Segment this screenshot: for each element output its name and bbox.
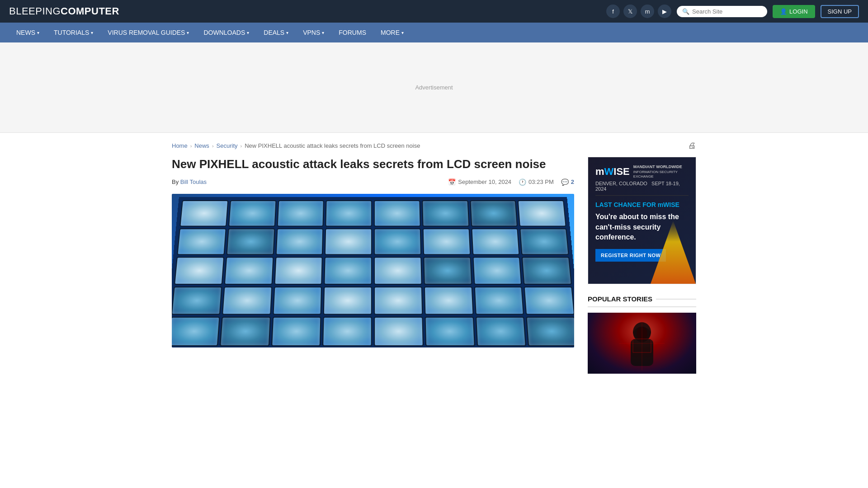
mwise-logo: mWISE MANDIANT WORLDWIDE INFORMATION SEC… <box>595 164 689 179</box>
lcd-screen-tile <box>374 228 421 255</box>
breadcrumb-security[interactable]: Security <box>217 142 238 149</box>
lcd-screen-tile <box>374 257 422 284</box>
lcd-screen-tile <box>423 257 472 284</box>
mastodon-icon[interactable]: m <box>641 5 654 18</box>
sidebar-ad-inner: mWISE MANDIANT WORLDWIDE INFORMATION SEC… <box>588 157 696 284</box>
mwise-event: DENVER, COLORADO SEPT 18-19, 2024 <box>595 181 689 196</box>
nav-label-vpns: VPNS <box>303 29 320 36</box>
lcd-screen-tile <box>177 228 226 255</box>
chevron-down-icon: ▾ <box>37 30 39 35</box>
twitter-icon[interactable]: 𝕏 <box>623 5 637 18</box>
article-layout: New PIXHELL acoustic attack leaks secret… <box>172 157 696 374</box>
lcd-screen-tile <box>475 317 526 346</box>
lcd-screen-tile <box>220 317 271 346</box>
social-icons: f 𝕏 m ▶ <box>606 5 671 18</box>
mwise-location: DENVER, COLORADO <box>595 181 647 186</box>
site-header: BLEEPINGCOMPUTER f 𝕏 m ▶ 🔍 👤 LOGIN SIGN … <box>0 0 868 23</box>
lcd-screen-tile <box>472 257 522 284</box>
facebook-icon[interactable]: f <box>606 5 620 18</box>
hacker-art <box>588 313 696 374</box>
nav-item-deals[interactable]: DEALS ▾ <box>256 23 296 42</box>
signup-label: SIGN UP <box>828 8 852 15</box>
lcd-screen-tile <box>424 286 474 315</box>
author-by-label: By <box>172 178 179 185</box>
lcd-screen-tile <box>226 228 275 255</box>
lcd-screen-tile <box>326 200 373 226</box>
site-logo[interactable]: BLEEPINGCOMPUTER <box>9 5 119 17</box>
youtube-icon[interactable]: ▶ <box>658 5 671 18</box>
lcd-screen-tile <box>522 257 572 284</box>
mwise-cta-button[interactable]: REGISTER RIGHT NOW <box>595 249 666 262</box>
breadcrumb: Home › News › Security › New PIXHELL aco… <box>172 133 696 157</box>
lcd-screen-tile <box>374 317 424 346</box>
lcd-screen-tile <box>526 317 574 346</box>
nav-label-forums: FORUMS <box>339 29 366 36</box>
lcd-screen-tile <box>374 286 423 315</box>
lcd-screen-tile <box>422 228 470 255</box>
lcd-screen-tile <box>323 286 372 315</box>
search-icon: 🔍 <box>682 8 689 15</box>
article-comments-item[interactable]: 💬 2 <box>561 178 574 186</box>
nav-label-news: NEWS <box>16 29 35 36</box>
nav-item-downloads[interactable]: DOWNLOADS ▾ <box>196 23 256 42</box>
lcd-screen-tile <box>271 317 321 346</box>
article-date: September 10, 2024 <box>458 178 511 185</box>
signup-button[interactable]: SIGN UP <box>821 5 859 18</box>
breadcrumb-current: New PIXHELL acoustic attack leaks secret… <box>245 142 420 149</box>
mwise-company-text: MANDIANT WORLDWIDE INFORMATION SECURITY … <box>633 164 689 179</box>
mwise-tagline: LAST CHANCE FOR mWISE <box>595 201 689 208</box>
lcd-screen-tile <box>322 317 372 346</box>
article-meta-right: 📅 September 10, 2024 🕐 03:23 PM 💬 2 <box>448 178 574 186</box>
breadcrumb-sep-1: › <box>190 143 192 149</box>
calendar-icon: 📅 <box>448 178 456 186</box>
lcd-screen-tile <box>222 286 272 315</box>
nav-item-tutorials[interactable]: TUTORIALS ▾ <box>47 23 100 42</box>
lcd-screen-tile <box>425 317 475 346</box>
article-time-item: 🕐 03:23 PM <box>519 178 554 186</box>
nav-item-forums[interactable]: FORUMS <box>331 23 373 42</box>
nav-label-virus-removal: VIRUS REMOVAL GUIDES <box>108 29 185 36</box>
search-bar: 🔍 <box>677 6 767 17</box>
lcd-screen-tile <box>275 228 323 255</box>
breadcrumb-home[interactable]: Home <box>172 142 188 149</box>
lcd-screen-tile <box>174 257 224 284</box>
lcd-screen-tile <box>324 257 372 284</box>
lcd-screen-tile <box>277 200 324 226</box>
article-meta: By Bill Toulas 📅 September 10, 2024 🕐 03… <box>172 178 574 186</box>
search-input[interactable] <box>692 8 762 15</box>
chevron-down-icon: ▾ <box>322 30 324 35</box>
article-hero-image <box>172 194 574 347</box>
main-container: Home › News › Security › New PIXHELL aco… <box>163 133 705 374</box>
user-icon: 👤 <box>780 8 787 15</box>
popular-story-image-1[interactable] <box>588 313 696 374</box>
chevron-down-icon: ▾ <box>247 30 249 35</box>
nav-item-vpns[interactable]: VPNS ▾ <box>296 23 331 42</box>
logo-suffix: COMPUTER <box>61 5 119 17</box>
ad-placeholder-text: Advertisement <box>415 84 453 91</box>
breadcrumb-sep-2: › <box>212 143 214 149</box>
nav-item-news[interactable]: NEWS ▾ <box>9 23 47 42</box>
lcd-screen-tile <box>172 317 220 346</box>
chevron-down-icon: ▾ <box>401 30 404 35</box>
lcd-screen-tile <box>519 228 569 255</box>
nav-item-more[interactable]: MORE ▾ <box>373 23 411 42</box>
nav-label-tutorials: TUTORIALS <box>54 29 89 36</box>
breadcrumb-news[interactable]: News <box>194 142 209 149</box>
lcd-screen-tile <box>422 200 469 226</box>
lcd-screen-tile <box>474 286 524 315</box>
article-date-item: 📅 September 10, 2024 <box>448 178 511 186</box>
lcd-screen-tile <box>524 286 574 315</box>
author-link[interactable]: Bill Toulas <box>180 178 207 185</box>
lcd-screen-tile <box>179 200 228 226</box>
chevron-down-icon: ▾ <box>91 30 93 35</box>
lcd-screen-tile <box>224 257 274 284</box>
sidebar-ad: mWISE MANDIANT WORLDWIDE INFORMATION SEC… <box>588 157 696 284</box>
lcd-screen-tile <box>374 200 421 226</box>
nav-item-virus-removal[interactable]: VIRUS REMOVAL GUIDES ▾ <box>100 23 196 42</box>
popular-stories-section: POPULAR STORIES <box>588 295 696 374</box>
article-title: New PIXHELL acoustic attack leaks secret… <box>172 157 574 172</box>
print-icon[interactable]: 🖨 <box>688 141 696 150</box>
article-main: New PIXHELL acoustic attack leaks secret… <box>172 157 574 347</box>
login-button[interactable]: 👤 LOGIN <box>773 5 815 18</box>
breadcrumb-sep-3: › <box>241 143 242 149</box>
